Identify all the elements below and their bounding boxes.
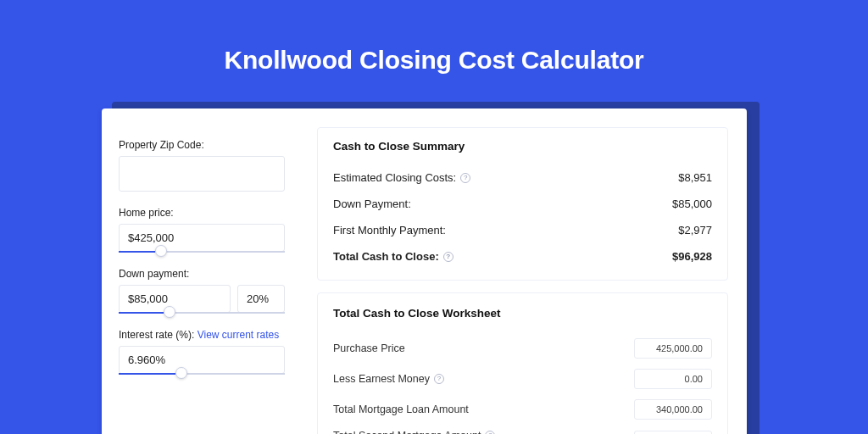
worksheet-row-value[interactable]: 425,000.00 [634, 338, 712, 359]
worksheet-row: Total Mortgage Loan Amount 340,000.00 [333, 394, 712, 425]
home-price-slider[interactable] [119, 251, 285, 253]
worksheet-row-value[interactable]: 0.00 [634, 369, 712, 389]
slider-fill [119, 373, 175, 375]
interest-input[interactable]: 6.960% [119, 346, 285, 374]
summary-row: Down Payment: $85,000 [333, 191, 712, 217]
worksheet-row: Total Second Mortgage Amount ? [333, 425, 712, 434]
worksheet-row: Purchase Price 425,000.00 [333, 333, 712, 364]
summary-row-value: $85,000 [672, 198, 712, 210]
interest-label-text: Interest rate (%): [119, 329, 198, 341]
summary-box: Cash to Close Summary Estimated Closing … [317, 127, 728, 281]
summary-row-label: First Monthly Payment: [333, 224, 446, 236]
down-payment-pct-input[interactable]: 20% [237, 285, 285, 313]
view-rates-link[interactable]: View current rates [198, 329, 280, 341]
interest-label: Interest rate (%): View current rates [119, 329, 285, 341]
zip-group: Property Zip Code: [119, 139, 285, 192]
down-payment-group: Down payment: $85,000 20% [119, 268, 285, 314]
interest-slider[interactable] [119, 373, 285, 375]
zip-input[interactable] [119, 156, 285, 192]
page-title: Knollwood Closing Cost Calculator [0, 0, 868, 95]
summary-title: Cash to Close Summary [333, 140, 712, 153]
inputs-column: Property Zip Code: Home price: $425,000 … [102, 108, 302, 434]
summary-total-row: Total Cash to Close: ? $96,928 [333, 243, 712, 270]
worksheet-row-label: Total Second Mortgage Amount [333, 430, 481, 434]
summary-row-label: Down Payment: [333, 198, 411, 210]
summary-total-value: $96,928 [672, 250, 712, 263]
home-price-label: Home price: [119, 207, 285, 219]
summary-row: First Monthly Payment: $2,977 [333, 217, 712, 243]
worksheet-row-label: Less Earnest Money [333, 373, 430, 385]
down-payment-slider[interactable] [119, 312, 285, 314]
summary-row-value: $2,977 [678, 224, 712, 236]
summary-total-label: Total Cash to Close: [333, 250, 439, 263]
help-icon[interactable]: ? [443, 252, 453, 262]
worksheet-row-label: Total Mortgage Loan Amount [333, 403, 469, 415]
slider-fill [119, 312, 164, 314]
help-icon[interactable]: ? [434, 374, 444, 384]
help-icon[interactable]: ? [460, 173, 470, 183]
worksheet-row-value[interactable]: 340,000.00 [634, 399, 712, 420]
worksheet-row-value[interactable] [634, 431, 712, 434]
results-column: Cash to Close Summary Estimated Closing … [302, 108, 747, 434]
worksheet-box: Total Cash to Close Worksheet Purchase P… [317, 292, 728, 434]
slider-fill [119, 251, 155, 253]
zip-label: Property Zip Code: [119, 139, 285, 151]
down-payment-label: Down payment: [119, 268, 285, 280]
help-icon[interactable]: ? [485, 431, 495, 434]
home-price-input[interactable]: $425,000 [119, 224, 285, 252]
calculator-card: Property Zip Code: Home price: $425,000 … [102, 108, 747, 434]
summary-row: Estimated Closing Costs: ? $8,951 [333, 164, 712, 191]
summary-row-value: $8,951 [678, 171, 712, 184]
home-price-group: Home price: $425,000 [119, 207, 285, 253]
slider-thumb[interactable] [164, 306, 175, 318]
slider-thumb[interactable] [155, 245, 167, 257]
worksheet-title: Total Cash to Close Worksheet [333, 307, 712, 320]
summary-row-label: Estimated Closing Costs: [333, 171, 456, 184]
worksheet-row: Less Earnest Money ? 0.00 [333, 364, 712, 394]
worksheet-row-label: Purchase Price [333, 342, 405, 354]
slider-thumb[interactable] [175, 367, 187, 379]
interest-group: Interest rate (%): View current rates 6.… [119, 329, 285, 375]
